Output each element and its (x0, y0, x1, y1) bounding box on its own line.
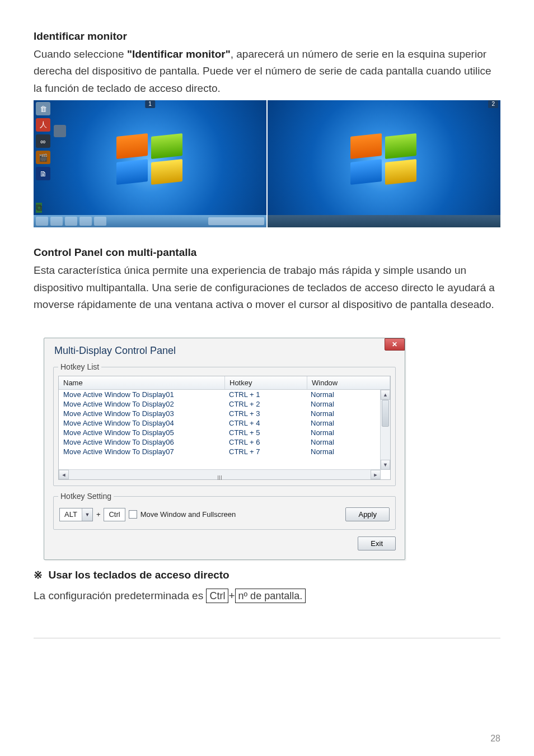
col-hotkey[interactable]: Hotkey (225, 376, 307, 389)
desktop-icon (54, 125, 66, 137)
windows-logo (350, 135, 418, 185)
chevron-down-icon: ▼ (82, 508, 92, 521)
desktop-icon: ∞ (36, 134, 50, 148)
desktop-icons: 🗑 人 ∞ 🎬 🗎 (36, 102, 50, 180)
apply-button[interactable]: Apply (345, 507, 390, 521)
horizontal-scrollbar[interactable]: ◄ III ► (59, 469, 381, 479)
taskbar (34, 215, 266, 227)
vertical-scrollbar[interactable]: ▲ ▼ (380, 390, 390, 470)
reference-mark-icon: ※ (34, 569, 43, 581)
table-row[interactable]: Move Active Window To Display02CTRL + 2N… (59, 399, 390, 409)
monitor-badge-2: 2 (488, 100, 498, 108)
start-button (36, 217, 48, 226)
table-row[interactable]: Move Active Window To Display05CTRL + 5N… (59, 428, 390, 437)
section2-heading: Control Panel con multi-pantalla (34, 246, 500, 259)
footer-divider (34, 638, 500, 638)
primary-modifier-value: ALT (60, 510, 82, 519)
table-row[interactable]: Move Active Window To Display07CTRL + 7N… (59, 447, 390, 456)
key-ctrl: Ctrl (206, 589, 228, 603)
table-row[interactable]: Move Active Window To Display04CTRL + 4N… (59, 418, 390, 428)
section1-pre: Cuando seleccione (34, 48, 127, 60)
table-row[interactable]: Move Active Window To Display01CTRL + 1N… (59, 390, 390, 399)
section1-bold: "Identificar monitor" (127, 48, 231, 60)
hotkey-list[interactable]: Name Hotkey Window Move Active Window To… (58, 376, 391, 480)
list-rows: Move Active Window To Display01CTRL + 1N… (59, 390, 390, 467)
dual-desktop-screenshot: 1 🗑 人 ∞ 🎬 🗎 ⧉ (34, 100, 500, 227)
primary-modifier-select[interactable]: ALT ▼ (59, 508, 93, 521)
footer-note-heading: ※ Usar los teclados de acceso directo (34, 567, 500, 584)
hotkey-list-group: Hotkey List Name Hotkey Window Move Acti… (53, 362, 396, 486)
desktop-icon: 🗎 (36, 167, 50, 180)
plus-label: + (96, 510, 101, 519)
desktop-icon: ⧉ (36, 203, 42, 213)
fullscreen-checkbox-label: Move Window and Fullscreen (140, 510, 236, 519)
scroll-up-icon[interactable]: ▲ (381, 390, 390, 400)
desktop-icon: 人 (36, 118, 50, 132)
hotkey-list-legend: Hotkey List (58, 362, 101, 371)
multi-display-dialog: ✕ Multi-Display Control Panel Hotkey Lis… (44, 338, 405, 560)
close-icon: ✕ (392, 340, 397, 348)
col-window[interactable]: Window (307, 376, 390, 389)
scroll-left-icon[interactable]: ◄ (59, 470, 69, 479)
table-row[interactable]: Move Active Window To Display06CTRL + 6N… (59, 437, 390, 447)
windows-logo (116, 135, 184, 185)
desktop-right: 2 (268, 100, 500, 227)
hotkey-setting-legend: Hotkey Setting (58, 492, 114, 501)
fullscreen-checkbox[interactable] (129, 510, 137, 519)
taskbar (268, 215, 500, 227)
section2-para: Esta característica única permite una ex… (34, 262, 500, 313)
desktop-left: 1 🗑 人 ∞ 🎬 🗎 ⧉ (34, 100, 266, 227)
scroll-thumb[interactable] (382, 400, 389, 427)
list-header: Name Hotkey Window (59, 376, 390, 390)
key-plus: + (228, 590, 235, 601)
page-number: 28 (490, 734, 500, 744)
footer-config-line: La configuración predeterminada es Ctrl+… (34, 587, 500, 604)
scroll-down-icon[interactable]: ▼ (381, 460, 390, 470)
recycle-bin-icon: 🗑 (36, 102, 50, 115)
secondary-modifier-value: Ctrl (109, 510, 120, 519)
secondary-modifier-input[interactable]: Ctrl (104, 508, 125, 521)
scroll-track-label: III (217, 475, 222, 481)
col-name[interactable]: Name (59, 376, 225, 389)
dialog-title: Multi-Display Control Panel (54, 345, 396, 357)
table-row[interactable]: Move Active Window To Display03CTRL + 3N… (59, 409, 390, 418)
key-display-number: nº de pantalla. (235, 589, 306, 603)
section1-heading: Identificar monitor (34, 30, 500, 43)
scroll-right-icon[interactable]: ► (371, 470, 381, 479)
monitor-badge-1: 1 (145, 100, 155, 108)
close-button[interactable]: ✕ (385, 338, 405, 351)
exit-button[interactable]: Exit (358, 536, 396, 550)
hotkey-setting-group: Hotkey Setting ALT ▼ + Ctrl Move Window … (53, 492, 396, 530)
desktop-icon: 🎬 (36, 151, 50, 164)
section1-para: Cuando seleccione "Identificar monitor",… (34, 46, 500, 97)
